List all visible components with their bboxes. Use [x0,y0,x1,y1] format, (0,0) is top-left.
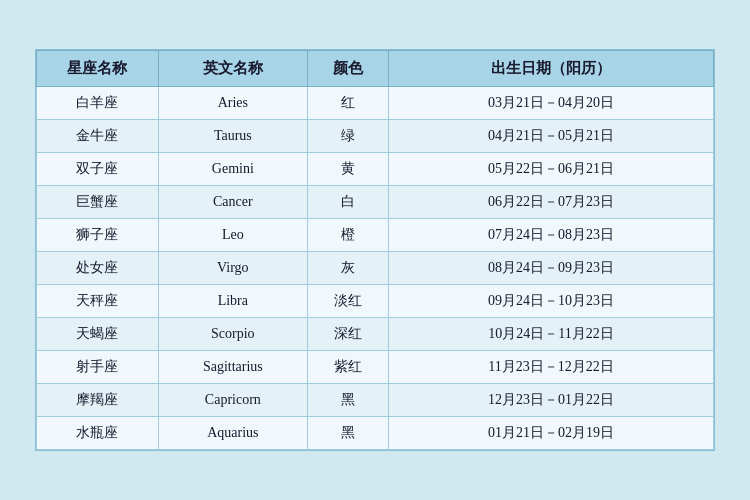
cell-chinese-name: 白羊座 [37,87,159,120]
cell-color: 淡红 [307,285,388,318]
table-row: 处女座Virgo灰08月24日－09月23日 [37,252,714,285]
cell-color: 黑 [307,384,388,417]
cell-english-name: Libra [158,285,307,318]
table-row: 狮子座Leo橙07月24日－08月23日 [37,219,714,252]
cell-chinese-name: 双子座 [37,153,159,186]
table-row: 双子座Gemini黄05月22日－06月21日 [37,153,714,186]
table-row: 白羊座Aries红03月21日－04月20日 [37,87,714,120]
cell-color: 黄 [307,153,388,186]
table-body: 白羊座Aries红03月21日－04月20日金牛座Taurus绿04月21日－0… [37,87,714,450]
cell-chinese-name: 摩羯座 [37,384,159,417]
cell-chinese-name: 射手座 [37,351,159,384]
cell-date: 11月23日－12月22日 [389,351,714,384]
cell-english-name: Leo [158,219,307,252]
cell-chinese-name: 天蝎座 [37,318,159,351]
cell-chinese-name: 金牛座 [37,120,159,153]
cell-chinese-name: 处女座 [37,252,159,285]
table-row: 金牛座Taurus绿04月21日－05月21日 [37,120,714,153]
cell-chinese-name: 天秤座 [37,285,159,318]
cell-color: 红 [307,87,388,120]
cell-date: 05月22日－06月21日 [389,153,714,186]
table-row: 天秤座Libra淡红09月24日－10月23日 [37,285,714,318]
table-row: 射手座Sagittarius紫红11月23日－12月22日 [37,351,714,384]
cell-date: 07月24日－08月23日 [389,219,714,252]
cell-date: 04月21日－05月21日 [389,120,714,153]
header-color: 颜色 [307,51,388,87]
cell-english-name: Capricorn [158,384,307,417]
table-row: 巨蟹座Cancer白06月22日－07月23日 [37,186,714,219]
zodiac-table-container: 星座名称 英文名称 颜色 出生日期（阳历） 白羊座Aries红03月21日－04… [35,49,715,451]
cell-color: 绿 [307,120,388,153]
cell-color: 黑 [307,417,388,450]
cell-color: 白 [307,186,388,219]
table-row: 水瓶座Aquarius黑01月21日－02月19日 [37,417,714,450]
cell-date: 03月21日－04月20日 [389,87,714,120]
cell-english-name: Sagittarius [158,351,307,384]
cell-english-name: Taurus [158,120,307,153]
cell-chinese-name: 水瓶座 [37,417,159,450]
table-header-row: 星座名称 英文名称 颜色 出生日期（阳历） [37,51,714,87]
header-date: 出生日期（阳历） [389,51,714,87]
header-chinese-name: 星座名称 [37,51,159,87]
cell-chinese-name: 巨蟹座 [37,186,159,219]
cell-chinese-name: 狮子座 [37,219,159,252]
cell-color: 深红 [307,318,388,351]
table-row: 摩羯座Capricorn黑12月23日－01月22日 [37,384,714,417]
cell-color: 灰 [307,252,388,285]
cell-date: 01月21日－02月19日 [389,417,714,450]
cell-date: 09月24日－10月23日 [389,285,714,318]
header-english-name: 英文名称 [158,51,307,87]
zodiac-table: 星座名称 英文名称 颜色 出生日期（阳历） 白羊座Aries红03月21日－04… [36,50,714,450]
cell-date: 12月23日－01月22日 [389,384,714,417]
cell-english-name: Aquarius [158,417,307,450]
cell-english-name: Cancer [158,186,307,219]
cell-color: 紫红 [307,351,388,384]
cell-english-name: Virgo [158,252,307,285]
cell-english-name: Gemini [158,153,307,186]
cell-english-name: Scorpio [158,318,307,351]
cell-date: 10月24日－11月22日 [389,318,714,351]
table-row: 天蝎座Scorpio深红10月24日－11月22日 [37,318,714,351]
cell-color: 橙 [307,219,388,252]
cell-date: 06月22日－07月23日 [389,186,714,219]
cell-date: 08月24日－09月23日 [389,252,714,285]
cell-english-name: Aries [158,87,307,120]
